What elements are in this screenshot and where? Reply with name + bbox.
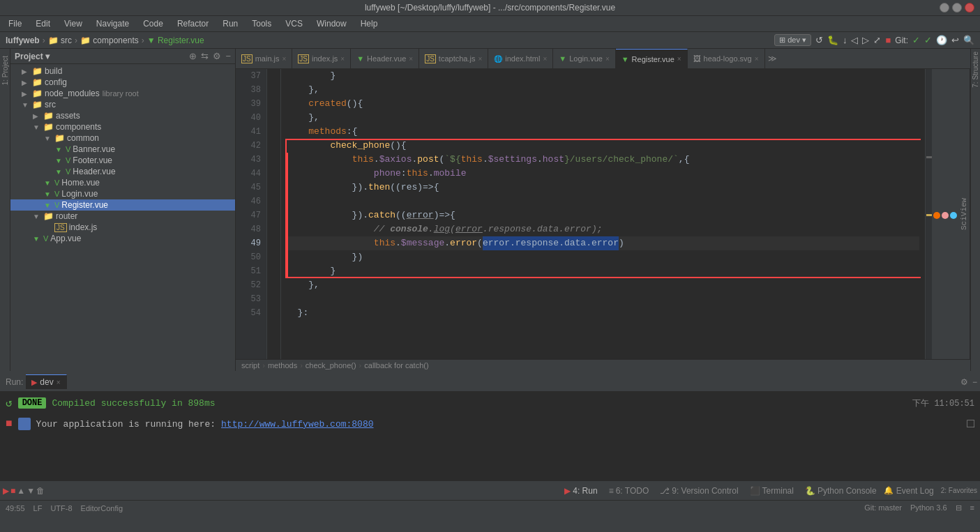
bt-terminal[interactable]: ⬛ Terminal bbox=[744, 485, 799, 497]
menu-item-navigate[interactable]: Navigate bbox=[93, 18, 132, 29]
menu-item-file[interactable]: File bbox=[6, 18, 24, 29]
run-dev-close[interactable]: × bbox=[56, 379, 61, 386]
bt-run[interactable]: ▶ 4: Run bbox=[559, 485, 603, 497]
breadcrumb-src[interactable]: 📁 src bbox=[48, 36, 72, 45]
tab-tcaptcha-close[interactable]: × bbox=[478, 55, 482, 63]
menu-item-view[interactable]: View bbox=[61, 18, 85, 29]
tree-register-vue[interactable]: ▼ V Register.vue bbox=[10, 199, 235, 211]
status-editorconfig[interactable]: EditorConfig bbox=[81, 504, 123, 512]
stop-run-icon[interactable]: ■ bbox=[6, 418, 13, 430]
tab-login-vue-close[interactable]: × bbox=[605, 55, 610, 63]
structure-sidebar[interactable]: 7: Structure bbox=[970, 49, 980, 371]
close-button[interactable] bbox=[965, 3, 974, 13]
run-tab-dev[interactable]: ▶ dev × bbox=[26, 374, 66, 389]
tree-router-index[interactable]: JS index.js bbox=[10, 222, 235, 233]
step-icon[interactable]: ↓ bbox=[843, 35, 847, 45]
status-lines-icon[interactable]: ≡ bbox=[970, 503, 974, 512]
tree-app-vue[interactable]: ▼ V App.vue bbox=[10, 233, 235, 244]
git-check1[interactable]: ✓ bbox=[912, 35, 920, 45]
status-columns-icon[interactable]: ⊟ bbox=[956, 503, 962, 512]
tab-index-js[interactable]: JS index.js × bbox=[292, 49, 351, 68]
project-sidebar-label[interactable]: 1: Project bbox=[0, 54, 10, 86]
bt-todo[interactable]: ≡ 6: TODO bbox=[603, 485, 655, 497]
menu-item-refactor[interactable]: Refactor bbox=[174, 18, 211, 29]
nav-back-icon[interactable]: ◁ bbox=[851, 35, 858, 45]
tree-footer-vue[interactable]: ▼ V Footer.vue bbox=[10, 155, 235, 166]
git-undo[interactable]: ↩ bbox=[951, 35, 959, 45]
bt-python-console[interactable]: 🐍 Python Console bbox=[799, 485, 882, 497]
run-close-icon[interactable]: − bbox=[972, 377, 977, 387]
dev-badge[interactable]: ⊞ dev ▾ bbox=[774, 34, 811, 46]
tab-index-html-close[interactable]: × bbox=[543, 55, 547, 63]
status-lf[interactable]: LF bbox=[33, 504, 43, 512]
git-clock[interactable]: 🕐 bbox=[936, 35, 947, 45]
toolbar-stop-icon[interactable]: ■ bbox=[10, 486, 15, 496]
run-settings-icon[interactable]: ⚙ bbox=[960, 377, 968, 387]
menu-item-help[interactable]: Help bbox=[358, 18, 381, 29]
status-position[interactable]: 49:55 bbox=[6, 504, 25, 512]
project-close-icon[interactable]: − bbox=[225, 51, 231, 61]
tab-header-vue-close[interactable]: × bbox=[409, 55, 413, 63]
tree-common[interactable]: ▼ 📁 common bbox=[10, 132, 235, 144]
tab-head-logo-close[interactable]: × bbox=[755, 55, 759, 63]
tree-assets[interactable]: ▶ 📁 assets bbox=[10, 110, 235, 121]
status-git[interactable]: Git: master bbox=[864, 503, 902, 512]
tab-tcaptcha-js[interactable]: JS tcaptcha.js × bbox=[419, 49, 488, 68]
tab-main-js-close[interactable]: × bbox=[282, 55, 287, 63]
search-icon[interactable]: 🔍 bbox=[963, 35, 974, 45]
toolbar-scroll-up-icon[interactable]: ▲ bbox=[17, 486, 25, 496]
tree-node-modules[interactable]: ▶ 📁 node_modules library root bbox=[10, 88, 235, 99]
minimize-button[interactable] bbox=[940, 3, 949, 13]
status-python[interactable]: Python 3.6 bbox=[910, 503, 947, 512]
tab-header-vue[interactable]: ▼ Header.vue × bbox=[351, 49, 419, 68]
tab-scroll-right[interactable]: ≫ bbox=[765, 54, 780, 63]
tree-src[interactable]: ▼ 📁 src bbox=[10, 99, 235, 110]
project-settings-icon[interactable]: ⚙ bbox=[213, 51, 221, 61]
project-add-icon[interactable]: ⊕ bbox=[189, 51, 197, 61]
tab-register-vue[interactable]: ▼ Register.vue × bbox=[616, 49, 688, 68]
project-collapse-icon[interactable]: ⇆ bbox=[201, 51, 209, 61]
tree-components[interactable]: ▼ 📁 components bbox=[10, 121, 235, 132]
breadcrumb-register[interactable]: ▼ Register.vue bbox=[147, 36, 204, 45]
breadcrumb-luffyweb[interactable]: luffyweb bbox=[6, 36, 40, 45]
bt-version-control[interactable]: ⎇ 9: Version Control bbox=[654, 485, 744, 497]
code-content-area[interactable]: } }, created(){ }, methods:{ check_phone… bbox=[281, 69, 925, 359]
tree-banner-vue[interactable]: ▼ V Banner.vue bbox=[10, 144, 235, 155]
tree-header-vue[interactable]: ▼ V Header.vue bbox=[10, 166, 235, 177]
tree-home-vue[interactable]: ▼ V Home.vue bbox=[10, 177, 235, 188]
maximize-button[interactable] bbox=[952, 3, 962, 13]
toolbar-trash-icon[interactable]: 🗑 bbox=[36, 486, 45, 496]
favorites-sidebar[interactable]: 2: Favorites bbox=[941, 487, 977, 494]
menu-item-vcs[interactable]: VCS bbox=[282, 18, 306, 29]
status-encoding[interactable]: UTF-8 bbox=[50, 504, 72, 512]
nav-fwd-icon[interactable]: ▷ bbox=[862, 35, 869, 45]
debug-icon[interactable]: 🐛 bbox=[827, 35, 838, 45]
menu-item-edit[interactable]: Edit bbox=[33, 18, 53, 29]
tab-index-js-close[interactable]: × bbox=[340, 55, 345, 63]
menu-item-code[interactable]: Code bbox=[140, 18, 166, 29]
refresh-icon[interactable]: ↺ bbox=[815, 35, 823, 45]
minimap[interactable] bbox=[925, 69, 932, 359]
menu-item-run[interactable]: Run bbox=[220, 18, 241, 29]
stop-icon[interactable]: ■ bbox=[885, 35, 891, 45]
tree-config[interactable]: ▶ 📁 config bbox=[10, 77, 235, 88]
menu-item-tools[interactable]: Tools bbox=[249, 18, 274, 29]
nav-ext-icon[interactable]: ⤢ bbox=[873, 35, 881, 45]
breadcrumb-components[interactable]: 📁 components bbox=[80, 36, 139, 45]
tree-build[interactable]: ▶ 📁 build bbox=[10, 66, 235, 77]
tab-main-js[interactable]: JS main.js × bbox=[236, 49, 292, 68]
tree-router[interactable]: ▼ 📁 router bbox=[10, 211, 235, 222]
tab-index-html[interactable]: 🌐 index.html × bbox=[488, 49, 553, 68]
tab-register-vue-close[interactable]: × bbox=[677, 55, 681, 63]
restart-icon[interactable]: ↺ bbox=[6, 396, 13, 410]
git-check2[interactable]: ✓ bbox=[924, 35, 932, 45]
menu-item-window[interactable]: Window bbox=[314, 18, 349, 29]
toolbar-scroll-down-icon[interactable]: ▼ bbox=[27, 486, 35, 496]
tab-head-logo-svg[interactable]: 🖼 head-logo.svg × bbox=[688, 49, 765, 68]
app-url-link[interactable]: http://www.luffyweb.com:8080 bbox=[221, 419, 373, 430]
tab-login-vue[interactable]: ▼ Login.vue × bbox=[553, 49, 615, 68]
event-log-label[interactable]: Event Log bbox=[896, 486, 934, 496]
tree-login-vue[interactable]: ▼ V Login.vue bbox=[10, 188, 235, 199]
sciview-sidebar-label[interactable]: SciView bbox=[932, 69, 970, 359]
toolbar-run-arrow-icon[interactable]: ▶ bbox=[3, 486, 9, 496]
